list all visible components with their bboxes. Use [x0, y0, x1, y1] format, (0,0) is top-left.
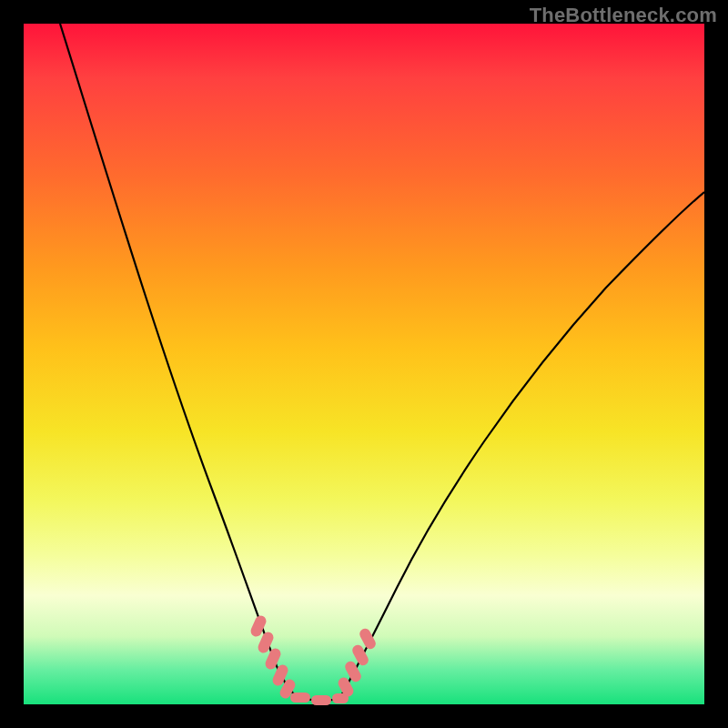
left-curve — [60, 24, 295, 695]
watermark-text: TheBottleneck.com — [530, 4, 717, 27]
valley-floor — [295, 695, 340, 701]
chart-container: TheBottleneck.com — [0, 0, 728, 728]
plot-area — [24, 24, 704, 704]
right-curve — [340, 192, 704, 697]
curve-layer — [24, 24, 704, 704]
